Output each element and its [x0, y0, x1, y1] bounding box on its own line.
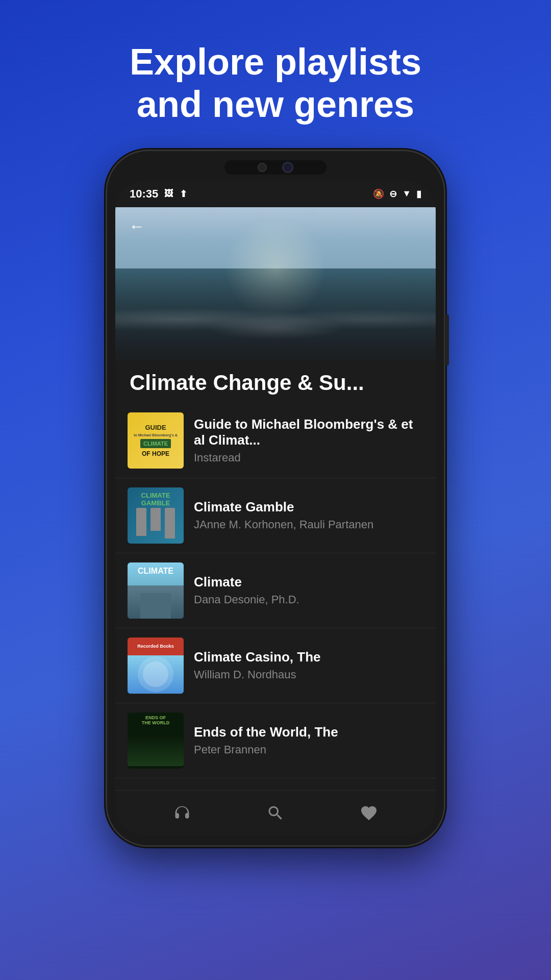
- book-cover-4: Recorded Books: [128, 638, 184, 694]
- phone-screen: 10:35 🖼 ⬆ 🔕 ⊖ ▼ ▮: [115, 181, 436, 836]
- status-bar: 10:35 🖼 ⬆ 🔕 ⊖ ▼ ▮: [115, 181, 436, 207]
- book-info-3: Climate Dana Desonie, Ph.D.: [194, 574, 423, 606]
- hero-image: ←: [115, 207, 436, 360]
- status-left: 10:35 🖼 ⬆: [130, 187, 187, 201]
- status-time: 10:35: [130, 187, 158, 201]
- book-item-5[interactable]: ENDS OFTHE WORLD Ends of the World, The …: [115, 703, 436, 778]
- upload-icon: ⬆: [180, 188, 187, 200]
- book-author-4: William D. Nordhaus: [194, 668, 423, 681]
- phone-wrap: 10:35 🖼 ⬆ 🔕 ⊖ ▼ ▮: [107, 151, 444, 845]
- playlist-title: Climate Change & Su...: [115, 360, 436, 403]
- book-item-4[interactable]: Recorded Books Climate Casino, The Willi…: [115, 628, 436, 703]
- book-info-1: Guide to Michael Bloomberg's & et al Cli…: [194, 416, 423, 464]
- phone-top-bar: [224, 160, 327, 175]
- book-info-4: Climate Casino, The William D. Nordhaus: [194, 649, 423, 681]
- book-author-3: Dana Desonie, Ph.D.: [194, 593, 423, 606]
- main-camera: [282, 162, 293, 173]
- hero-line2: and new genres: [130, 83, 421, 126]
- nav-search[interactable]: [256, 799, 295, 827]
- book-title-3: Climate: [194, 574, 423, 590]
- book-cover-5: ENDS OFTHE WORLD: [128, 713, 184, 769]
- book-author-5: Peter Brannen: [194, 743, 423, 756]
- book-title-2: Climate Gamble: [194, 499, 423, 515]
- hero-text-area: Explore playlists and new genres: [99, 0, 452, 151]
- book-title-5: Ends of the World, The: [194, 724, 423, 740]
- minus-circle-icon: ⊖: [389, 188, 397, 200]
- bell-off-icon: 🔕: [373, 188, 384, 200]
- headphones-icon: [173, 804, 191, 822]
- status-right: 🔕 ⊖ ▼ ▮: [373, 188, 421, 200]
- back-button[interactable]: ←: [126, 215, 148, 238]
- book-cover-3: CLIMATE: [128, 562, 184, 619]
- hero-line1: Explore playlists: [130, 41, 421, 83]
- scroll-content[interactable]: ← Climate Change & Su... GUIDE to Michae…: [115, 207, 436, 790]
- book-list: GUIDE to Michael Bloomberg's & CLIMATE O…: [115, 403, 436, 778]
- search-icon: [266, 804, 285, 822]
- book-cover-2: CLIMATEGAMBLE: [128, 487, 184, 544]
- nav-favorites[interactable]: [349, 799, 388, 827]
- book-title-4: Climate Casino, The: [194, 649, 423, 665]
- bottom-nav: [115, 790, 436, 836]
- battery-icon: ▮: [416, 188, 421, 200]
- wifi-icon: ▼: [402, 188, 411, 199]
- hero-image-overlay: [115, 207, 436, 360]
- book-author-2: JAnne M. Korhonen, Rauli Partanen: [194, 518, 423, 531]
- nav-headphones[interactable]: [163, 799, 202, 827]
- heart-icon: [360, 804, 378, 822]
- book-info-2: Climate Gamble JAnne M. Korhonen, Rauli …: [194, 499, 423, 531]
- phone-outer: 10:35 🖼 ⬆ 🔕 ⊖ ▼ ▮: [107, 151, 444, 845]
- book-item-1[interactable]: GUIDE to Michael Bloomberg's & CLIMATE O…: [115, 403, 436, 478]
- back-arrow-icon: ←: [129, 217, 145, 236]
- book-author-1: Instaread: [194, 451, 423, 464]
- book-item-2[interactable]: CLIMATEGAMBLE Climate Gamble JAnne M. Ko…: [115, 478, 436, 553]
- book-cover-1: GUIDE to Michael Bloomberg's & CLIMATE O…: [128, 412, 184, 469]
- book-title-1: Guide to Michael Bloomberg's & et al Cli…: [194, 416, 423, 448]
- book-info-5: Ends of the World, The Peter Brannen: [194, 724, 423, 756]
- image-icon: 🖼: [164, 188, 173, 199]
- book-item-3[interactable]: CLIMATE Climate Dana Desonie, Ph.D.: [115, 553, 436, 628]
- front-camera: [258, 163, 267, 172]
